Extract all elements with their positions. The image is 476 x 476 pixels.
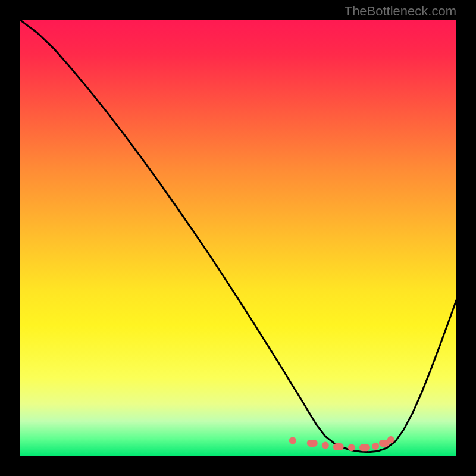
optimal-marker: [348, 444, 355, 451]
bottleneck-curve: [20, 20, 456, 452]
optimal-marker: [289, 437, 296, 444]
optimal-marker: [387, 436, 394, 443]
optimal-marker: [307, 440, 318, 447]
attribution-text: TheBottleneck.com: [345, 4, 456, 19]
optimal-marker: [359, 444, 370, 451]
optimal-marker: [372, 443, 379, 450]
optimal-marker: [322, 442, 329, 449]
optimal-marker: [333, 443, 344, 450]
